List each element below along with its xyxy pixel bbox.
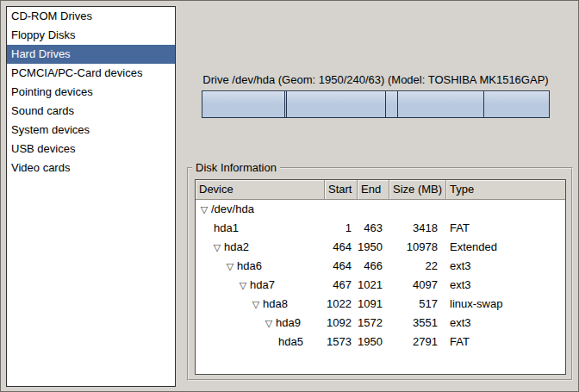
size-cell: 517	[389, 295, 446, 314]
disk-information-frame: Disk Information DeviceStartEndSize (MB)…	[187, 167, 573, 381]
start-cell: 1573	[325, 333, 358, 352]
start-cell: 1022	[325, 295, 358, 314]
column-header-device[interactable]: Device	[196, 180, 325, 200]
device-label: hda2	[224, 238, 249, 257]
start-cell: 1092	[325, 314, 358, 333]
device-label: hda9	[276, 314, 301, 333]
table-row[interactable]: ▽hda2464195010978Extended	[196, 238, 565, 257]
sidebar-item-cd-rom-drives[interactable]: CD-ROM Drives	[7, 7, 175, 26]
device-label: hda8	[263, 295, 288, 314]
device-cell: ▽hda9	[196, 314, 325, 333]
column-header-start[interactable]: Start	[325, 180, 358, 200]
expander-icon[interactable]: ▽	[225, 257, 235, 276]
device-label: /dev/hda	[211, 200, 254, 219]
device-cell: ▽hda2	[196, 238, 325, 257]
expander-icon[interactable]: ▽	[238, 276, 248, 295]
type-cell: FAT	[446, 219, 565, 238]
table-row[interactable]: hda5157319502791FAT	[196, 333, 565, 352]
type-cell: ext3	[446, 257, 565, 276]
disk-information-label: Disk Information	[192, 161, 280, 174]
table-row[interactable]: ▽hda746710214097ext3	[196, 276, 565, 295]
start-cell: 1	[325, 219, 358, 238]
column-header-size-mb[interactable]: Size (MB)	[389, 180, 446, 200]
start-cell: 464	[325, 238, 358, 257]
start-cell: 467	[325, 276, 358, 295]
sidebar-item-sound-cards[interactable]: Sound cards	[7, 102, 175, 121]
size-cell: 2791	[389, 333, 446, 352]
type-cell: linux-swap	[446, 295, 565, 314]
size-cell: 3418	[389, 219, 446, 238]
table-row[interactable]: ▽hda646446622ext3	[196, 257, 565, 276]
end-cell: 1021	[358, 276, 389, 295]
type-cell: Extended	[446, 238, 565, 257]
partition-segment-hda1	[202, 91, 284, 117]
partition-bar	[202, 90, 550, 118]
end-cell: 1091	[358, 295, 389, 314]
type-cell: ext3	[446, 276, 565, 295]
end-cell: 1950	[358, 238, 389, 257]
table-row[interactable]: ▽hda9109215723551ext3	[196, 314, 565, 333]
device-cell: ▽/dev/hda	[196, 200, 325, 219]
device-cell: ▽hda7	[196, 276, 325, 295]
hardware-browser-window: CD-ROM DrivesFloppy DisksHard DrivesPCMC…	[0, 0, 579, 392]
table-row[interactable]: ▽/dev/hda	[196, 200, 565, 219]
table-row[interactable]: hda114633418FAT	[196, 219, 565, 238]
sidebar-item-pointing-devices[interactable]: Pointing devices	[7, 83, 175, 102]
partition-segment-hda9	[397, 91, 482, 117]
column-header-type[interactable]: Type	[446, 180, 565, 200]
drive-title: Drive /dev/hda (Geom: 1950/240/63) (Mode…	[189, 73, 563, 86]
device-cell: ▽hda6	[196, 257, 325, 276]
expander-icon[interactable]: ▽	[199, 200, 209, 219]
device-label: hda1	[214, 219, 239, 238]
end-cell	[358, 200, 389, 219]
table-row[interactable]: ▽hda810221091517linux-swap	[196, 295, 565, 314]
sidebar-item-video-cards[interactable]: Video cards	[7, 159, 175, 177]
sidebar-item-usb-devices[interactable]: USB devices	[7, 140, 175, 159]
type-cell: FAT	[446, 333, 565, 352]
device-category-list: CD-ROM DrivesFloppy DisksHard DrivesPCMC…	[6, 6, 176, 387]
device-cell: hda1	[196, 219, 325, 238]
end-cell: 463	[358, 219, 389, 238]
size-cell: 10978	[389, 238, 446, 257]
start-cell: 464	[325, 257, 358, 276]
sidebar-item-pcmcia-pc-card-devices[interactable]: PCMCIA/PC-Card devices	[7, 64, 175, 83]
type-cell: ext3	[446, 314, 565, 333]
end-cell: 1950	[358, 333, 389, 352]
device-cell: ▽hda8	[196, 295, 325, 314]
column-header-end[interactable]: End	[358, 180, 389, 200]
end-cell: 466	[358, 257, 389, 276]
start-cell	[325, 200, 358, 219]
partition-segment-hda8	[385, 91, 397, 117]
expander-icon[interactable]: ▽	[251, 295, 261, 314]
size-cell: 4097	[389, 276, 446, 295]
type-cell	[446, 200, 565, 219]
device-cell: hda5	[196, 333, 325, 352]
size-cell: 22	[389, 257, 446, 276]
device-label: hda5	[278, 333, 303, 352]
expander-icon[interactable]: ▽	[264, 314, 274, 333]
end-cell: 1572	[358, 314, 389, 333]
table-body: ▽/dev/hdahda114633418FAT▽hda246419501097…	[196, 200, 565, 352]
partition-segment-hda7	[286, 91, 385, 117]
size-cell	[389, 200, 446, 219]
table-header-row: DeviceStartEndSize (MB)Type	[196, 180, 565, 200]
sidebar-item-hard-drives[interactable]: Hard Drives	[7, 45, 175, 64]
disk-information-table: DeviceStartEndSize (MB)Type ▽/dev/hdahda…	[195, 179, 566, 375]
partition-segment-hda5	[483, 91, 549, 117]
device-label: hda6	[237, 257, 262, 276]
sidebar-item-system-devices[interactable]: System devices	[7, 121, 175, 140]
device-label: hda7	[250, 276, 275, 295]
sidebar-item-floppy-disks[interactable]: Floppy Disks	[7, 26, 175, 45]
expander-icon[interactable]: ▽	[212, 238, 222, 257]
size-cell: 3551	[389, 314, 446, 333]
